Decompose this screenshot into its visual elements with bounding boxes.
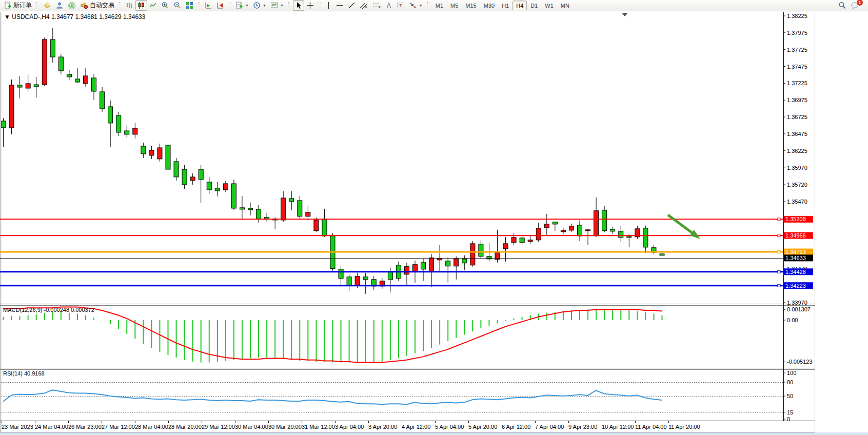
candle-body	[207, 182, 211, 190]
chart-canvas[interactable]: 1.382251.379751.377251.374751.372251.369…	[0, 0, 868, 435]
svg-text:F: F	[379, 6, 381, 9]
tile-windows-icon	[186, 2, 193, 9]
new-order-button[interactable]: 新订单	[2, 0, 34, 11]
auto-trading-button[interactable]: 自动交易	[78, 0, 116, 11]
candle-body	[9, 85, 14, 128]
candle-body	[199, 169, 203, 180]
equidistant-channel-button[interactable]: E	[358, 0, 370, 11]
tile-windows-button[interactable]	[184, 0, 195, 11]
chevron-down-icon: ▼	[280, 4, 284, 7]
candle-body	[363, 277, 368, 280]
candle-chart-button[interactable]	[135, 0, 147, 11]
timeframe-button-M30[interactable]: M30	[480, 1, 498, 10]
timeframe-button-W1[interactable]: W1	[541, 1, 557, 10]
candle-body	[34, 85, 38, 87]
vline-icon	[325, 2, 332, 9]
search-icon[interactable]	[838, 2, 846, 10]
price-tick-label: 1.37975	[787, 30, 807, 36]
templates-button[interactable]: ▼	[268, 0, 286, 11]
market-watch-button[interactable]	[53, 0, 66, 11]
rsi-tick-label: 80	[787, 379, 793, 385]
candle-body	[314, 220, 319, 231]
candle-body	[520, 238, 524, 243]
chart-shift-button[interactable]	[203, 0, 214, 11]
fibonacci-button[interactable]: F	[370, 0, 383, 11]
candle-body	[190, 177, 195, 181]
price-tag-label: 1.34428	[785, 269, 806, 275]
time-tick-label: 27 Mar 12:00	[102, 424, 135, 430]
line-handle[interactable]	[778, 234, 780, 237]
vertical-line-button[interactable]	[323, 0, 334, 11]
bar-chart-button[interactable]	[124, 0, 135, 11]
mt4-window: 新订单 自动交易 ▼ ▼	[0, 0, 868, 435]
rsi-tick-label: 50	[787, 393, 793, 399]
candle-body	[108, 107, 113, 123]
candle-body	[257, 209, 261, 219]
candle-body	[231, 184, 236, 208]
svg-text:A: A	[387, 2, 391, 9]
time-tick-label: 10 Apr 12:00	[602, 424, 634, 430]
line-handle[interactable]	[778, 218, 780, 221]
indicators-button[interactable]: ▼	[233, 0, 251, 11]
text-button[interactable]: A	[383, 0, 394, 11]
line-handle[interactable]	[778, 284, 780, 287]
auto-scroll-icon	[216, 2, 224, 9]
metaeditor-button[interactable]	[41, 0, 53, 11]
notifications-button[interactable]: 1	[851, 2, 860, 10]
notification-badge: 1	[857, 0, 863, 6]
candle-body	[26, 84, 30, 88]
bar-chart-icon	[126, 2, 133, 9]
time-tick-label: 6 Apr 12:00	[502, 424, 530, 430]
price-tag-label: 1.35208	[785, 216, 806, 222]
macd-label: MACD(12,26,9) -0.000248 0.000372	[3, 307, 94, 313]
candle-body	[133, 128, 137, 134]
line-handle[interactable]	[778, 251, 780, 253]
candle-body	[67, 74, 71, 77]
timeframe-button-M1[interactable]: M1	[432, 1, 447, 10]
crosshair-button[interactable]	[304, 0, 316, 11]
horizontal-line-button[interactable]	[334, 0, 346, 11]
rsi-tick-label: 15	[787, 409, 793, 416]
candle-body	[561, 230, 565, 232]
metaeditor-icon	[43, 2, 51, 9]
price-tick-label: 1.36475	[787, 131, 807, 137]
zoom-in-button[interactable]	[159, 0, 171, 11]
timeframe-button-M15[interactable]: M15	[462, 1, 480, 10]
cursor-icon	[295, 2, 302, 9]
rsi-tick-label: 100	[787, 370, 796, 376]
candle-body	[553, 222, 557, 224]
arrows-tool-button[interactable]: ▼	[407, 0, 425, 11]
auto-scroll-button[interactable]	[214, 0, 226, 11]
candle-body	[479, 244, 483, 256]
signals-button[interactable]	[66, 0, 78, 11]
price-tick-label: 1.35970	[787, 165, 807, 171]
cursor-button[interactable]	[293, 0, 304, 11]
text-label-button[interactable]: T	[394, 0, 407, 11]
timeframe-button-MN[interactable]: MN	[557, 1, 573, 10]
zoom-out-button[interactable]	[171, 0, 184, 11]
timeframe-button-H1[interactable]: H1	[498, 1, 512, 10]
timeframe-button-M5[interactable]: M5	[447, 1, 462, 10]
line-handle[interactable]	[778, 270, 780, 273]
candle-body	[1, 121, 6, 128]
chevron-down-icon: ▼	[263, 4, 266, 7]
time-tick-label: 5 Apr 04:00	[435, 424, 464, 430]
candle-body	[421, 263, 426, 269]
candle-body	[166, 145, 170, 169]
macd-tick-label: 0.00	[787, 317, 798, 323]
svg-text:T: T	[399, 3, 402, 8]
timeframe-button-D1[interactable]: D1	[527, 1, 541, 10]
timeframe-group: M1M5M15M30H1H4D1W1MN	[432, 0, 573, 11]
timeframe-button-H4[interactable]: H4	[512, 1, 527, 10]
macd-tick-label: 0.001307	[787, 306, 811, 312]
candle-body	[569, 226, 574, 230]
time-tick-label: 29 Mar 12:00	[202, 424, 235, 430]
line-chart-button[interactable]	[147, 0, 159, 11]
channel-icon: E	[360, 2, 368, 9]
candle-body	[438, 259, 442, 260]
candle-body	[586, 230, 590, 231]
toolbar: 新订单 自动交易 ▼ ▼	[0, 0, 868, 11]
periods-button[interactable]: ▼	[251, 0, 268, 11]
trendline-button[interactable]	[346, 0, 358, 11]
market-watch-icon	[55, 2, 64, 9]
